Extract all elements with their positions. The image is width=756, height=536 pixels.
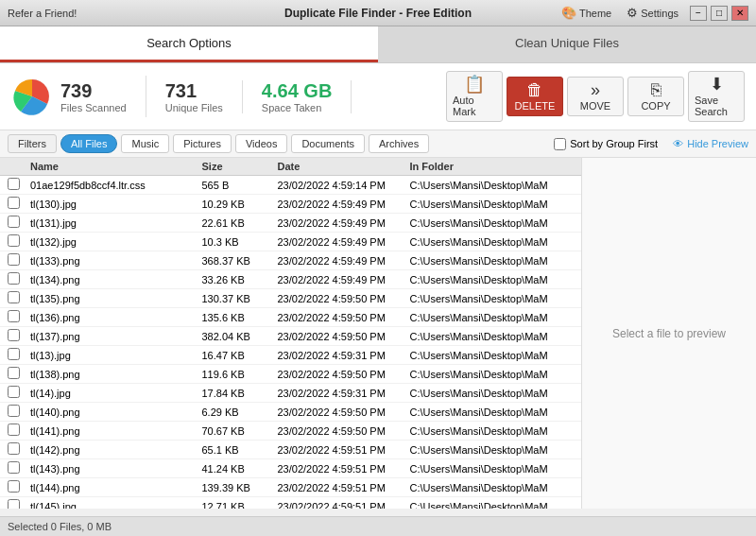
content-area: Name Size Date In Folder 01ae129f5db8ccf… — [0, 158, 756, 509]
row-checkbox-13[interactable] — [8, 424, 20, 436]
files-scanned-count: 739 — [60, 80, 127, 102]
move-icon: » — [591, 81, 600, 98]
file-date-16: 23/02/2022 4:59:51 PM — [274, 482, 406, 493]
maximize-button[interactable]: □ — [711, 6, 728, 21]
filters-button[interactable]: Filters — [8, 134, 57, 153]
settings-button[interactable]: ⚙ Settings — [623, 4, 682, 22]
table-row[interactable]: tl(145).jpg 12.71 KB 23/02/2022 4:59:51 … — [0, 497, 581, 509]
file-name-12: tl(140).png — [26, 406, 198, 418]
table-row[interactable]: tl(131).jpg 22.61 KB 23/02/2022 4:59:49 … — [0, 214, 581, 233]
row-checkbox-11[interactable] — [8, 386, 20, 398]
table-row[interactable]: tl(136).png 135.6 KB 23/02/2022 4:59:50 … — [0, 308, 581, 327]
delete-button[interactable]: 🗑 DELETE — [507, 77, 563, 116]
table-row[interactable]: tl(130).jpg 10.29 KB 23/02/2022 4:59:49 … — [0, 195, 581, 214]
table-row[interactable]: tl(141).png 70.67 KB 23/02/2022 4:59:50 … — [0, 422, 581, 441]
table-row[interactable]: tl(138).png 119.6 KB 23/02/2022 4:59:50 … — [0, 365, 581, 384]
close-button[interactable]: ✕ — [731, 6, 748, 21]
toolbar: 📋 Auto Mark 🗑 DELETE » MOVE ⎘ COPY ⬇ Sav… — [446, 71, 745, 122]
space-taken-value: 4.64 GB — [262, 80, 332, 102]
refer-friend-link[interactable]: Refer a Friend! — [8, 8, 77, 19]
row-checkbox-2[interactable] — [8, 216, 20, 228]
archives-filter[interactable]: Archives — [369, 134, 429, 153]
sort-checkbox[interactable] — [554, 138, 566, 150]
videos-filter[interactable]: Videos — [235, 134, 287, 153]
stats-bar: 739 Files Scanned 731 Unique Files 4.64 … — [0, 63, 756, 130]
save-search-label: Save Search — [695, 95, 738, 117]
row-checkbox-14[interactable] — [8, 442, 20, 455]
row-checkbox-0[interactable] — [8, 178, 20, 190]
file-name-0: 01ae129f5db8ccf4.ltr.css — [26, 180, 198, 191]
file-folder-16: C:\Users\Mansi\Desktop\MaM — [406, 482, 578, 493]
move-label: MOVE — [580, 100, 610, 112]
file-date-12: 23/02/2022 4:59:50 PM — [274, 406, 406, 418]
table-row[interactable]: tl(13).jpg 16.47 KB 23/02/2022 4:59:31 P… — [0, 346, 581, 365]
table-row[interactable]: tl(144).png 139.39 KB 23/02/2022 4:59:51… — [0, 478, 581, 497]
table-row[interactable]: tl(143).png 41.24 KB 23/02/2022 4:59:51 … — [0, 459, 581, 478]
table-row[interactable]: tl(133).png 368.37 KB 23/02/2022 4:59:49… — [0, 251, 581, 270]
auto-mark-button[interactable]: 📋 Auto Mark — [446, 71, 503, 122]
file-size-2: 22.61 KB — [198, 217, 274, 229]
pictures-filter[interactable]: Pictures — [173, 134, 232, 153]
file-name-3: tl(132).jpg — [26, 236, 198, 248]
file-size-7: 135.6 KB — [198, 312, 274, 323]
col-date: Date — [274, 161, 406, 172]
row-checkbox-9[interactable] — [8, 348, 20, 360]
file-folder-11: C:\Users\Mansi\Desktop\MaM — [406, 388, 578, 399]
table-row[interactable]: tl(135).png 130.37 KB 23/02/2022 4:59:50… — [0, 289, 581, 308]
hide-preview-button[interactable]: 👁 Hide Preview — [673, 138, 748, 149]
row-checkbox-1[interactable] — [8, 197, 20, 209]
file-folder-4: C:\Users\Mansi\Desktop\MaM — [406, 255, 578, 267]
move-button[interactable]: » MOVE — [567, 77, 624, 116]
space-taken-label: Space Taken — [262, 102, 332, 113]
tab-clean-unique-files[interactable]: Clean Unique Files — [378, 26, 756, 62]
save-search-button[interactable]: ⬇ Save Search — [688, 71, 745, 122]
title-bar: Refer a Friend! Duplicate File Finder - … — [0, 0, 756, 26]
stats-unique-files: 731 Unique Files — [165, 80, 243, 113]
file-size-4: 368.37 KB — [198, 255, 274, 267]
minimize-button[interactable]: − — [690, 6, 707, 21]
row-checkbox-8[interactable] — [8, 329, 20, 341]
table-row[interactable]: tl(14).jpg 17.84 KB 23/02/2022 4:59:31 P… — [0, 384, 581, 403]
row-checkbox-3[interactable] — [8, 234, 20, 247]
table-row[interactable]: tl(132).jpg 10.3 KB 23/02/2022 4:59:49 P… — [0, 233, 581, 251]
table-row[interactable]: tl(134).png 33.26 KB 23/02/2022 4:59:49 … — [0, 270, 581, 289]
table-row[interactable]: tl(140).png 6.29 KB 23/02/2022 4:59:50 P… — [0, 403, 581, 422]
row-checkbox-15[interactable] — [8, 461, 20, 474]
file-folder-14: C:\Users\Mansi\Desktop\MaM — [406, 444, 578, 456]
row-checkbox-16[interactable] — [8, 480, 20, 493]
row-checkbox-4[interactable] — [8, 253, 20, 266]
music-filter[interactable]: Music — [121, 134, 169, 153]
file-folder-12: C:\Users\Mansi\Desktop\MaM — [406, 406, 578, 418]
window-controls: − □ ✕ — [690, 6, 748, 21]
stats-scanned-numbers: 739 Files Scanned — [60, 80, 127, 113]
file-size-12: 6.29 KB — [198, 406, 274, 418]
file-size-3: 10.3 KB — [198, 236, 274, 248]
table-row[interactable]: tl(142).png 65.1 KB 23/02/2022 4:59:51 P… — [0, 441, 581, 459]
row-checkbox-7[interactable] — [8, 310, 20, 322]
file-date-9: 23/02/2022 4:59:31 PM — [274, 350, 406, 361]
file-date-3: 23/02/2022 4:59:49 PM — [274, 236, 406, 248]
file-name-4: tl(133).png — [26, 255, 198, 267]
row-checkbox-6[interactable] — [8, 291, 20, 303]
all-files-filter[interactable]: All Files — [60, 134, 118, 153]
file-size-10: 119.6 KB — [198, 369, 274, 380]
file-size-0: 565 B — [198, 180, 274, 191]
row-checkbox-10[interactable] — [8, 367, 20, 379]
copy-button[interactable]: ⎘ COPY — [627, 77, 684, 116]
tab-search-options[interactable]: Search Options — [0, 26, 378, 62]
col-size: Size — [198, 161, 274, 172]
status-bar: Selected 0 Files, 0 MB — [0, 516, 756, 536]
row-checkbox-12[interactable] — [8, 405, 20, 417]
theme-button[interactable]: 🎨 Theme — [558, 4, 615, 22]
file-name-11: tl(14).jpg — [26, 388, 198, 399]
auto-mark-label: Auto Mark — [453, 95, 496, 117]
row-checkbox-17[interactable] — [8, 499, 20, 509]
row-checkbox-5[interactable] — [8, 272, 20, 285]
documents-filter[interactable]: Documents — [291, 134, 365, 153]
preview-text: Select a file to preview — [612, 327, 726, 340]
table-row[interactable]: tl(137).png 382.04 KB 23/02/2022 4:59:50… — [0, 327, 581, 346]
file-table-body: 01ae129f5db8ccf4.ltr.css 565 B 23/02/202… — [0, 176, 581, 509]
table-row[interactable]: 01ae129f5db8ccf4.ltr.css 565 B 23/02/202… — [0, 176, 581, 195]
file-name-14: tl(142).png — [26, 444, 198, 456]
sort-label: Sort by Group First — [570, 138, 658, 149]
